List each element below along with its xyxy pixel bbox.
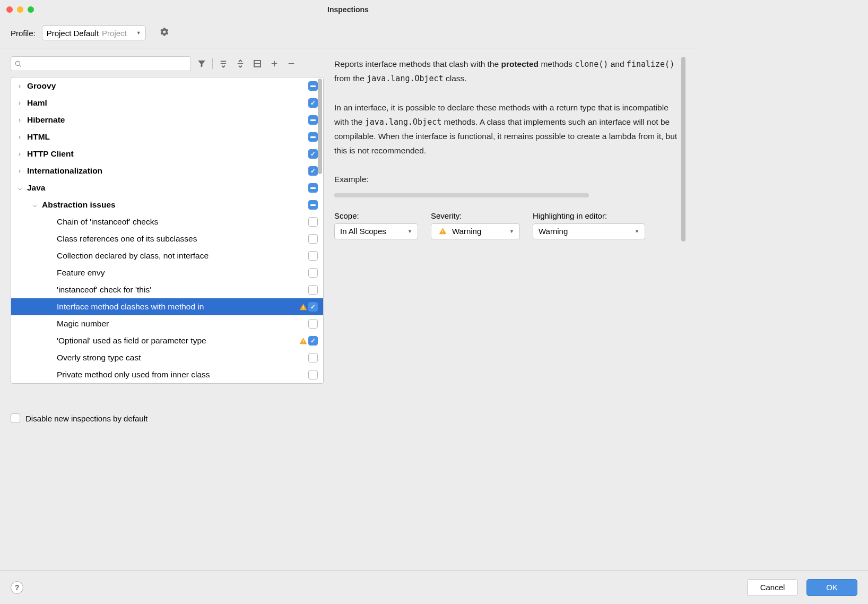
- chevron-right-icon[interactable]: ›: [15, 167, 24, 175]
- inspection-checkbox[interactable]: [308, 268, 318, 278]
- chevron-right-icon[interactable]: ›: [15, 82, 24, 90]
- tree-row[interactable]: ›Haml: [11, 94, 323, 111]
- scope-label: Scope:: [334, 211, 418, 220]
- profile-dropdown[interactable]: Project Default Project ▼: [42, 25, 146, 40]
- tree-row[interactable]: ›Groovy: [11, 77, 323, 94]
- chevron-right-icon[interactable]: ›: [15, 133, 24, 141]
- gear-icon[interactable]: [160, 27, 169, 39]
- inspection-checkbox[interactable]: [308, 115, 318, 125]
- separator: [212, 58, 213, 69]
- inspection-checkbox[interactable]: [308, 217, 318, 227]
- tree-row[interactable]: Feature envy: [11, 264, 323, 281]
- severity-control: Severity: Warning ▼: [431, 211, 520, 239]
- inspection-checkbox[interactable]: [308, 132, 318, 142]
- chevron-down-icon[interactable]: ⌵: [15, 184, 24, 192]
- svg-line-1: [20, 65, 21, 67]
- tree-scrollbar[interactable]: [318, 79, 322, 174]
- right-scrollbar[interactable]: [681, 57, 685, 241]
- tree-label: Abstraction issues: [42, 200, 307, 210]
- reset-icon[interactable]: [251, 57, 264, 70]
- svg-rect-10: [303, 306, 303, 308]
- titlebar: Inspections: [0, 0, 696, 19]
- inspection-checkbox[interactable]: [308, 251, 318, 261]
- description-scrollbar[interactable]: [334, 193, 589, 197]
- tree-row[interactable]: Class references one of its subclasses: [11, 230, 323, 247]
- add-icon[interactable]: [268, 57, 281, 70]
- inspection-checkbox[interactable]: [308, 166, 318, 176]
- left-pane: ›Groovy›Haml›Hibernate›HTML›HTTP Client›…: [11, 55, 324, 405]
- tree-label: 'Optional' used as field or parameter ty…: [57, 336, 297, 346]
- tree-row[interactable]: Interface method clashes with method in: [11, 298, 323, 315]
- inspection-checkbox[interactable]: [308, 200, 318, 210]
- svg-rect-14: [442, 230, 443, 232]
- severity-dropdown[interactable]: Warning ▼: [431, 223, 520, 239]
- profile-row: Profile: Project Default Project ▼: [0, 19, 696, 48]
- remove-icon[interactable]: [285, 57, 298, 70]
- controls-row: Scope: In All Scopes ▼ Severity: Warning…: [334, 211, 679, 239]
- svg-rect-15: [442, 233, 443, 234]
- inspection-checkbox[interactable]: [308, 183, 318, 193]
- inspection-checkbox[interactable]: [308, 285, 318, 295]
- tree-row[interactable]: ›Internationalization: [11, 162, 323, 179]
- right-pane: Reports interface methods that clash wit…: [334, 55, 685, 405]
- warning-icon: [299, 337, 307, 345]
- disable-new-label: Disable new inspections by default: [25, 414, 147, 423]
- filter-icon[interactable]: [195, 57, 208, 70]
- tree-row[interactable]: Magic number: [11, 315, 323, 332]
- tree-label: Hibernate: [27, 115, 307, 125]
- svg-point-0: [15, 61, 20, 65]
- search-input[interactable]: [24, 60, 187, 68]
- inspection-checkbox[interactable]: [308, 98, 318, 108]
- chevron-right-icon[interactable]: ›: [15, 150, 24, 158]
- highlighting-dropdown[interactable]: Warning ▼: [533, 223, 645, 239]
- disable-new-checkbox[interactable]: [11, 413, 20, 423]
- search-box[interactable]: [11, 56, 191, 71]
- inspection-checkbox[interactable]: [308, 81, 318, 91]
- inspection-checkbox[interactable]: [308, 149, 318, 159]
- tree-row[interactable]: ›HTTP Client: [11, 145, 323, 162]
- toolbar: [11, 55, 324, 73]
- tree-label: Class references one of its subclasses: [57, 234, 307, 244]
- tree-label: Internationalization: [27, 166, 307, 176]
- tree-row[interactable]: Private method only used from inner clas…: [11, 366, 323, 383]
- profile-label: Profile:: [11, 29, 36, 38]
- tree-row[interactable]: Chain of 'instanceof' checks: [11, 213, 323, 230]
- tree-label: Groovy: [27, 81, 307, 91]
- svg-rect-13: [303, 342, 303, 343]
- inspection-checkbox[interactable]: [308, 302, 318, 312]
- chevron-right-icon[interactable]: ›: [15, 116, 24, 124]
- collapse-all-icon[interactable]: [234, 57, 247, 70]
- tree-row[interactable]: 'instanceof' check for 'this': [11, 281, 323, 298]
- inspection-checkbox[interactable]: [308, 353, 318, 363]
- tree-row[interactable]: 'Optional' used as field or parameter ty…: [11, 332, 323, 349]
- inspection-checkbox[interactable]: [308, 319, 318, 329]
- profile-sublabel: Project: [102, 29, 127, 38]
- severity-label: Severity:: [431, 211, 520, 220]
- highlighting-control: Highlighting in editor: Warning ▼: [533, 211, 645, 239]
- tree-label: Interface method clashes with method in: [57, 302, 297, 312]
- expand-all-icon[interactable]: [217, 57, 230, 70]
- tree-label: Overly strong type cast: [57, 353, 307, 363]
- tree-row[interactable]: ⌵Abstraction issues: [11, 196, 323, 213]
- scope-dropdown[interactable]: In All Scopes ▼: [334, 223, 418, 239]
- example-label: Example:: [334, 172, 679, 186]
- tree-row[interactable]: Collection declared by class, not interf…: [11, 247, 323, 264]
- inspection-checkbox[interactable]: [308, 234, 318, 244]
- tree-row[interactable]: ›Hibernate: [11, 111, 323, 128]
- tree-label: Collection declared by class, not interf…: [57, 251, 307, 261]
- scope-control: Scope: In All Scopes ▼: [334, 211, 418, 239]
- tree-row[interactable]: Overly strong type cast: [11, 349, 323, 366]
- chevron-right-icon[interactable]: ›: [15, 99, 24, 107]
- warning-icon: [299, 303, 307, 311]
- tree-label: Chain of 'instanceof' checks: [57, 217, 307, 227]
- tree-label: Feature envy: [57, 268, 307, 278]
- chevron-down-icon[interactable]: ⌵: [30, 201, 39, 209]
- inspection-checkbox[interactable]: [308, 336, 318, 346]
- chevron-down-icon: ▼: [407, 229, 412, 234]
- inspection-checkbox[interactable]: [308, 370, 318, 379]
- chevron-down-icon: ▼: [635, 229, 639, 234]
- window-title: Inspections: [0, 5, 696, 14]
- tree-row[interactable]: ›HTML: [11, 128, 323, 145]
- svg-rect-11: [303, 308, 303, 309]
- tree-row[interactable]: ⌵Java: [11, 179, 323, 196]
